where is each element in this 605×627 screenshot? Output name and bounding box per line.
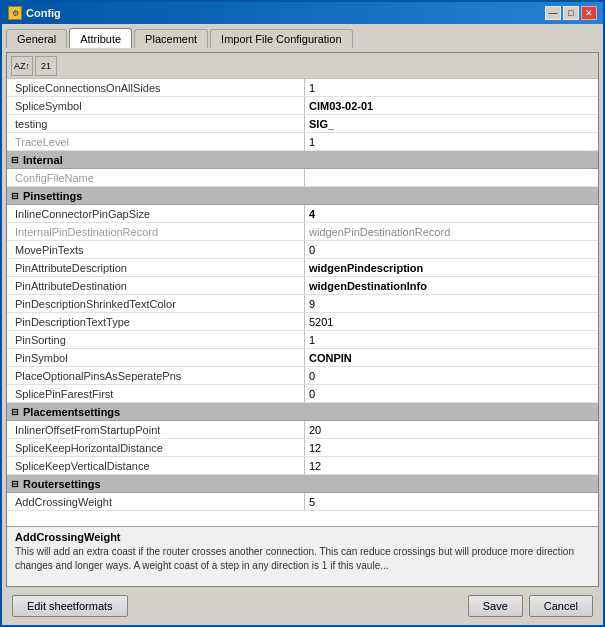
properties-panel: AZ↑ 21 SpliceConnectionsOnAllSides 1 Spl… bbox=[6, 52, 599, 587]
collapse-icon[interactable]: ⊟ bbox=[11, 155, 19, 165]
minimize-button[interactable]: — bbox=[545, 6, 561, 20]
collapse-icon[interactable]: ⊟ bbox=[11, 407, 19, 417]
section-header-placementsettings[interactable]: ⊟ Placementsettings bbox=[7, 403, 598, 421]
edit-sheetformats-button[interactable]: Edit sheetformats bbox=[12, 595, 128, 617]
prop-value[interactable]: 1 bbox=[305, 133, 598, 150]
tab-placement[interactable]: Placement bbox=[134, 29, 208, 48]
prop-value[interactable]: 4 bbox=[305, 205, 598, 222]
section-label: Routersettings bbox=[23, 478, 101, 490]
prop-value[interactable]: 9 bbox=[305, 295, 598, 312]
table-row: SpliceConnectionsOnAllSides 1 bbox=[7, 79, 598, 97]
table-row: PinDescriptionTextType 5201 bbox=[7, 313, 598, 331]
prop-value[interactable]: CONPIN bbox=[305, 349, 598, 366]
prop-name: AddCrossingWeight bbox=[7, 493, 305, 510]
table-row: SpliceKeepVerticalDistance 12 bbox=[7, 457, 598, 475]
table-row: TraceLevel 1 bbox=[7, 133, 598, 151]
prop-value[interactable]: 1 bbox=[305, 331, 598, 348]
prop-value[interactable] bbox=[305, 169, 598, 186]
prop-name: PinAttributeDestination bbox=[7, 277, 305, 294]
prop-value[interactable]: 0 bbox=[305, 367, 598, 384]
table-row: PinAttributeDestination widgenDestinatio… bbox=[7, 277, 598, 295]
prop-name: InlineConnectorPinGapSize bbox=[7, 205, 305, 222]
prop-name: MovePinTexts bbox=[7, 241, 305, 258]
prop-name: SpliceSymbol bbox=[7, 97, 305, 114]
prop-value[interactable]: 12 bbox=[305, 457, 598, 474]
main-content: General Attribute Placement Import File … bbox=[2, 24, 603, 625]
section-header-pinsettings[interactable]: ⊟ Pinsettings bbox=[7, 187, 598, 205]
description-area: AddCrossingWeight This will add an extra… bbox=[7, 526, 598, 586]
table-row: PinSymbol CONPIN bbox=[7, 349, 598, 367]
prop-name: SplicePinFarestFirst bbox=[7, 385, 305, 402]
table-row: PinSorting 1 bbox=[7, 331, 598, 349]
window-title: Config bbox=[26, 7, 61, 19]
prop-name: SpliceKeepVerticalDistance bbox=[7, 457, 305, 474]
description-title: AddCrossingWeight bbox=[15, 531, 590, 543]
prop-value[interactable]: 5 bbox=[305, 493, 598, 510]
section-header-internal[interactable]: ⊟ Internal bbox=[7, 151, 598, 169]
save-button[interactable]: Save bbox=[468, 595, 523, 617]
collapse-icon[interactable]: ⊟ bbox=[11, 191, 19, 201]
table-row: SplicePinFarestFirst 0 bbox=[7, 385, 598, 403]
prop-name: PinSorting bbox=[7, 331, 305, 348]
table-row: MovePinTexts 0 bbox=[7, 241, 598, 259]
prop-toolbar: AZ↑ 21 bbox=[7, 53, 598, 79]
prop-value[interactable]: 5201 bbox=[305, 313, 598, 330]
table-row: PlaceOptionalPinsAsSeperatePns 0 bbox=[7, 367, 598, 385]
maximize-button[interactable]: □ bbox=[563, 6, 579, 20]
prop-value[interactable]: 0 bbox=[305, 241, 598, 258]
prop-value[interactable]: SIG_ bbox=[305, 115, 598, 132]
prop-name: PinAttributeDescription bbox=[7, 259, 305, 276]
prop-name: PinSymbol bbox=[7, 349, 305, 366]
section-label: Pinsettings bbox=[23, 190, 82, 202]
config-window: ⚙ Config — □ ✕ General Attribute Placeme… bbox=[0, 0, 605, 627]
properties-grid[interactable]: SpliceConnectionsOnAllSides 1 SpliceSymb… bbox=[7, 79, 598, 526]
prop-name: InlinerOffsetFromStartupPoint bbox=[7, 421, 305, 438]
prop-name: testing bbox=[7, 115, 305, 132]
tab-general[interactable]: General bbox=[6, 29, 67, 48]
prop-name: ConfigFileName bbox=[7, 169, 305, 186]
prop-value[interactable]: 20 bbox=[305, 421, 598, 438]
table-row: testing SIG_ bbox=[7, 115, 598, 133]
prop-name: PlaceOptionalPinsAsSeperatePns bbox=[7, 367, 305, 384]
app-icon: ⚙ bbox=[8, 6, 22, 20]
cancel-button[interactable]: Cancel bbox=[529, 595, 593, 617]
sort-21-button[interactable]: 21 bbox=[35, 56, 57, 76]
table-row: PinDescriptionShrinkedTextColor 9 bbox=[7, 295, 598, 313]
prop-value[interactable]: widgenPindescription bbox=[305, 259, 598, 276]
prop-name: TraceLevel bbox=[7, 133, 305, 150]
table-row: SpliceKeepHorizontalDistance 12 bbox=[7, 439, 598, 457]
table-row: InternalPinDestinationRecord widgenPinDe… bbox=[7, 223, 598, 241]
table-row: SpliceSymbol CIM03-02-01 bbox=[7, 97, 598, 115]
tab-attribute[interactable]: Attribute bbox=[69, 28, 132, 48]
close-button[interactable]: ✕ bbox=[581, 6, 597, 20]
table-row: AddCrossingWeight 5 bbox=[7, 493, 598, 511]
prop-value[interactable]: widgenDestinationInfo bbox=[305, 277, 598, 294]
section-label: Placementsettings bbox=[23, 406, 120, 418]
collapse-icon[interactable]: ⊟ bbox=[11, 479, 19, 489]
bottom-bar: Edit sheetformats Save Cancel bbox=[6, 591, 599, 621]
title-buttons: — □ ✕ bbox=[545, 6, 597, 20]
table-row: PinAttributeDescription widgenPindescrip… bbox=[7, 259, 598, 277]
table-row: ConfigFileName bbox=[7, 169, 598, 187]
tab-bar: General Attribute Placement Import File … bbox=[6, 28, 599, 48]
section-header-routersettings[interactable]: ⊟ Routersettings bbox=[7, 475, 598, 493]
tab-import-file[interactable]: Import File Configuration bbox=[210, 29, 352, 48]
prop-name: InternalPinDestinationRecord bbox=[7, 223, 305, 240]
title-bar: ⚙ Config — □ ✕ bbox=[2, 2, 603, 24]
table-row: InlineConnectorPinGapSize 4 bbox=[7, 205, 598, 223]
prop-name: PinDescriptionTextType bbox=[7, 313, 305, 330]
description-text: This will add an extra coast if the rout… bbox=[15, 545, 590, 573]
sort-az-button[interactable]: AZ↑ bbox=[11, 56, 33, 76]
prop-value[interactable]: 0 bbox=[305, 385, 598, 402]
prop-value[interactable]: CIM03-02-01 bbox=[305, 97, 598, 114]
prop-value[interactable]: 12 bbox=[305, 439, 598, 456]
prop-name: SpliceConnectionsOnAllSides bbox=[7, 79, 305, 96]
section-label: Internal bbox=[23, 154, 63, 166]
prop-name: SpliceKeepHorizontalDistance bbox=[7, 439, 305, 456]
prop-name: PinDescriptionShrinkedTextColor bbox=[7, 295, 305, 312]
prop-value[interactable]: 1 bbox=[305, 79, 598, 96]
table-row: InlinerOffsetFromStartupPoint 20 bbox=[7, 421, 598, 439]
prop-value[interactable]: widgenPinDestinationRecord bbox=[305, 223, 598, 240]
